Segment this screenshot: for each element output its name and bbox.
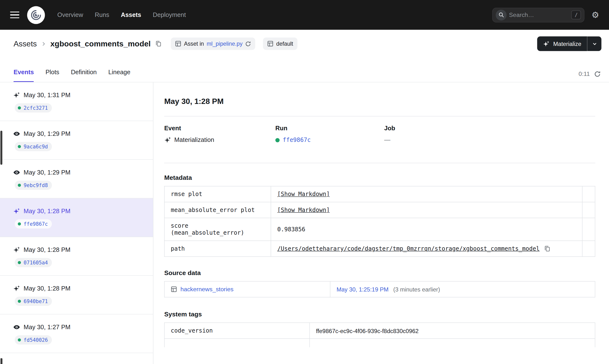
search-box[interactable]: /	[492, 8, 584, 22]
event-list-item[interactable]: May 30, 1:29 PM 9ebc9fd8	[0, 160, 153, 198]
show-markdown-link[interactable]: [Show Markdown]	[277, 191, 330, 198]
top-navbar: Overview Runs Assets Deployment / ⚙	[0, 0, 609, 30]
search-icon	[496, 9, 507, 20]
run-id-link[interactable]: 071605a4	[24, 260, 48, 265]
event-list-item[interactable]: May 30, 1:29 PM 9aca6c9d	[0, 121, 153, 160]
copy-path-icon[interactable]	[544, 246, 551, 252]
breadcrumb-assets-link[interactable]: Assets	[14, 39, 37, 48]
run-status-dot	[18, 300, 21, 303]
event-list-item[interactable]: May 30, 1:28 PM 071605a4	[0, 237, 153, 276]
tab-lineage[interactable]: Lineage	[109, 69, 130, 82]
run-chip[interactable]: 9aca6c9d	[15, 142, 52, 151]
run-id-link[interactable]: 2cfc3271	[24, 105, 48, 111]
event-timestamp: May 30, 1:28 PM	[24, 285, 71, 292]
settings-gear-icon[interactable]: ⚙	[592, 11, 599, 19]
table-row: mean_absolute_error plot [Show Markdown]	[164, 202, 595, 218]
table-row	[164, 339, 595, 347]
job-label: Job	[384, 125, 395, 132]
run-status-dot	[18, 222, 21, 225]
asset-definition-chip[interactable]: Asset in ml_pipeline.py	[171, 38, 255, 50]
asset-page-header: Assets xgboost_comments_model Asset in m…	[0, 30, 609, 58]
run-chip[interactable]: fd540026	[15, 335, 52, 344]
run-chip[interactable]: 2cfc3271	[15, 103, 52, 112]
system-tags-heading: System tags	[164, 311, 595, 318]
observation-eye-icon	[13, 130, 20, 137]
event-timestamp: May 30, 1:29 PM	[24, 130, 71, 137]
run-id-link[interactable]: 6940be71	[24, 298, 48, 304]
asset-chip-prefix: Asset in	[184, 41, 204, 47]
asset-group-chip[interactable]: default	[263, 38, 297, 50]
materialize-dropdown-button[interactable]	[587, 36, 601, 51]
materialization-sparkle-icon	[13, 285, 20, 292]
event-list-item-selected[interactable]: May 30, 1:28 PM ffe9867c	[0, 198, 153, 237]
run-id-link[interactable]: 9ebc9fd8	[24, 182, 48, 188]
primary-nav: Overview Runs Assets Deployment	[57, 11, 186, 18]
materialize-button-label: Materialize	[553, 40, 581, 47]
show-markdown-link[interactable]: [Show Markdown]	[277, 207, 330, 213]
refresh-icon[interactable]	[594, 71, 601, 77]
event-label: Event	[164, 125, 275, 132]
nav-item-runs[interactable]: Runs	[95, 11, 110, 18]
metadata-key: mean_absolute_error plot	[164, 202, 271, 218]
tab-events[interactable]: Events	[14, 69, 34, 82]
divider	[164, 116, 595, 117]
path-link[interactable]: /Users/odetteharary/code/dagster/tmp_0mz…	[277, 245, 540, 252]
navbar-right: / ⚙	[492, 8, 599, 22]
search-input[interactable]	[509, 11, 569, 18]
table-row: hackernews_stories May 30, 1:25:19 PM (3…	[164, 281, 595, 297]
metadata-key: path	[164, 241, 271, 257]
copy-asset-name-icon[interactable]	[155, 41, 162, 47]
table-row: score (mean_absolute_error) 0.983856	[164, 218, 595, 241]
reload-definition-icon[interactable]	[245, 41, 251, 47]
event-timestamp: May 30, 1:28 PM	[24, 208, 71, 215]
run-status-dot	[18, 338, 21, 341]
run-id-link[interactable]: ffe9867c	[283, 137, 311, 143]
run-chip[interactable]: 071605a4	[15, 258, 52, 267]
content-area: May 30, 1:31 PM 2cfc3271 May 30, 1:29 PM…	[0, 82, 609, 364]
source-asset-link[interactable]: hackernews_stories	[180, 286, 234, 293]
chevron-down-icon	[592, 41, 597, 46]
materialization-sparkle-icon	[13, 208, 20, 215]
breadcrumb-chevron-icon	[41, 41, 46, 47]
run-label: Run	[276, 125, 384, 132]
tab-plots[interactable]: Plots	[45, 69, 59, 82]
scrollbar-thumb[interactable]	[0, 358, 2, 364]
menu-icon[interactable]	[10, 12, 19, 18]
page-title-asset-name: xgboost_comments_model	[50, 39, 151, 48]
run-chip[interactable]: 6940be71	[15, 297, 52, 306]
event-list-item[interactable]: May 30, 1:31 PM 2cfc3271	[0, 82, 153, 121]
run-status-dot	[18, 106, 21, 109]
run-id-link[interactable]: fd540026	[24, 337, 48, 343]
metadata-table: rmse plot [Show Markdown] mean_absolute_…	[164, 186, 595, 257]
dagster-logo[interactable]	[27, 6, 45, 24]
nav-item-assets[interactable]: Assets	[121, 11, 141, 18]
run-chip[interactable]: 9ebc9fd8	[15, 181, 52, 190]
scrollbar-thumb[interactable]	[0, 131, 2, 165]
asset-grid-icon	[171, 286, 177, 292]
event-timestamp: May 30, 1:28 PM	[24, 246, 71, 253]
event-list-item[interactable]: May 30, 1:27 PM fd540026	[0, 314, 153, 353]
materialization-sparkle-icon	[13, 91, 20, 99]
materialization-sparkle-icon	[164, 137, 171, 143]
asset-tabs: Events Plots Definition Lineage 0:11	[0, 58, 609, 82]
table-row: rmse plot [Show Markdown]	[164, 186, 595, 202]
nav-item-overview[interactable]: Overview	[57, 11, 83, 18]
group-grid-icon	[267, 41, 274, 47]
group-chip-label: default	[276, 41, 293, 47]
source-timestamp-link[interactable]: May 30, 1:25:19 PM	[336, 286, 388, 292]
asset-chip-file-link[interactable]: ml_pipeline.py	[207, 41, 243, 47]
nav-item-deployment[interactable]: Deployment	[153, 11, 186, 18]
tab-definition[interactable]: Definition	[71, 69, 97, 82]
search-shortcut-badge: /	[571, 10, 581, 19]
system-tag-key: code_version	[164, 323, 310, 339]
materialize-button[interactable]: Materialize	[537, 36, 587, 51]
event-list-item[interactable]: May 30, 1:28 PM 6940be71	[0, 276, 153, 314]
run-id-link[interactable]: 9aca6c9d	[24, 143, 48, 149]
run-id-link[interactable]: ffe9867c	[24, 221, 48, 227]
event-timestamp: May 30, 1:31 PM	[24, 91, 71, 99]
run-chip[interactable]: ffe9867c	[15, 219, 52, 228]
divider	[164, 163, 595, 163]
materialization-sparkle-icon	[13, 246, 20, 253]
observation-eye-icon	[13, 324, 20, 331]
metadata-key: score (mean_absolute_error)	[164, 218, 271, 241]
